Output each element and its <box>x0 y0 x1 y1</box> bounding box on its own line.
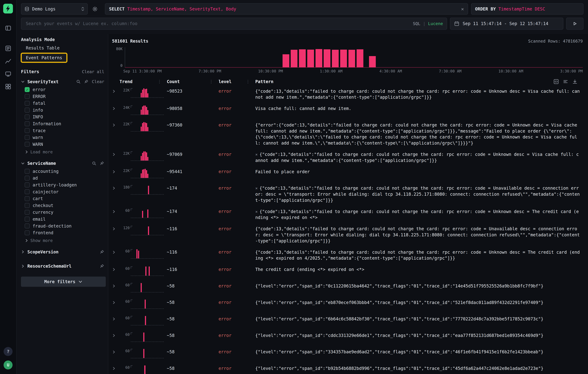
filter-checkbox-row[interactable]: accounting <box>21 168 105 175</box>
lucene-mode-toggle[interactable]: Lucene <box>428 21 443 26</box>
logs-search-icon[interactable] <box>2 43 14 54</box>
column-list-icon[interactable] <box>563 79 568 84</box>
pattern-row[interactable]: 120~116error{"code":13,"details":"failed… <box>112 223 583 246</box>
filter-checkbox-row[interactable]: error <box>21 86 105 93</box>
checkbox-unchecked[interactable] <box>25 230 30 235</box>
filter-checkbox-row[interactable]: frontend <box>21 229 105 236</box>
filter-checkbox-row[interactable]: INFO <box>21 113 105 121</box>
pattern-text[interactable]: The credit card (ending <*> expired on <… <box>255 266 583 273</box>
search-icon[interactable] <box>92 161 96 166</box>
pattern-text[interactable]: Failed to place order <box>255 168 583 175</box>
checkbox-unchecked[interactable] <box>25 101 30 106</box>
filter-checkbox-row[interactable]: fatal <box>21 100 105 107</box>
column-drag-handle[interactable]: ⋮ <box>246 79 250 84</box>
pattern-text[interactable]: {"level":"error","span_id":"eb870ecef063… <box>255 299 583 305</box>
filter-checkbox-row[interactable]: info <box>21 107 105 113</box>
checkbox-unchecked[interactable] <box>25 223 30 228</box>
sql-query-input[interactable]: SELECT Timestamp, ServiceName, SeverityT… <box>105 3 468 15</box>
sidebar-toggle-icon[interactable] <box>2 22 14 34</box>
expand-row-chevron[interactable] <box>112 151 119 156</box>
header-trend[interactable]: Trend⋮ <box>120 79 167 84</box>
expand-row-chevron[interactable] <box>112 315 119 321</box>
facet-clear-button[interactable]: Clear <box>92 79 104 84</box>
pattern-text[interactable]: {"level":"error","span_id":"0c11220615ba… <box>255 282 583 289</box>
checkbox-unchecked[interactable] <box>25 94 30 99</box>
pattern-row[interactable]: 60~58error{"level":"error","span_id":"b9… <box>112 363 583 374</box>
pin-icon[interactable] <box>100 250 104 254</box>
checkbox-unchecked[interactable] <box>25 203 30 208</box>
filter-checkbox-row[interactable]: fraud-detection <box>21 222 105 229</box>
order-by-input[interactable]: ORDER BY TimestampTime DESC <box>471 3 584 15</box>
pin-icon[interactable] <box>100 264 104 268</box>
sql-mode-toggle[interactable]: SQL <box>413 21 420 26</box>
checkbox-unchecked[interactable] <box>25 210 30 215</box>
download-icon[interactable] <box>572 79 578 84</box>
checkbox-unchecked[interactable] <box>25 135 30 140</box>
expand-row-chevron[interactable] <box>112 121 119 127</box>
expand-row-chevron[interactable] <box>112 282 119 288</box>
pattern-text[interactable]: {"level":"error","span_id":"cddc331329e6… <box>255 332 583 338</box>
pattern-row[interactable]: 180~174error×{"code":13,"details":"faile… <box>112 182 583 206</box>
expand-row-chevron[interactable] <box>112 105 119 111</box>
checkbox-unchecked[interactable] <box>25 217 30 222</box>
checkbox-checked[interactable] <box>25 87 30 92</box>
facet-footer-button[interactable]: Show more <box>21 236 105 244</box>
app-logo-icon[interactable] <box>3 4 13 13</box>
pattern-row[interactable]: 22K~98523error{"code":13,"details":"fail… <box>112 85 583 103</box>
settings-gear-icon[interactable] <box>91 4 99 14</box>
dashboards-grid-icon[interactable] <box>2 81 14 92</box>
filter-checkbox-row[interactable]: WARN <box>21 141 105 148</box>
expand-row-chevron[interactable] <box>112 266 119 272</box>
pattern-row[interactable]: 60~58error{"level":"error","span_id":"0c… <box>112 280 583 297</box>
expand-row-chevron[interactable] <box>112 184 119 190</box>
header-count[interactable]: Count⋮ <box>167 79 219 84</box>
search-icon[interactable] <box>76 79 81 84</box>
pattern-row[interactable]: 24K~98058errorVisa cache full: cannot ad… <box>112 103 583 119</box>
pattern-row[interactable]: 60~58error{"level":"error","span_id":"cd… <box>112 330 583 346</box>
pattern-row[interactable]: 60~58error{"level":"error","span_id":"33… <box>112 346 583 363</box>
checkbox-unchecked[interactable] <box>25 196 30 201</box>
expand-row-chevron[interactable] <box>112 365 119 370</box>
pattern-text[interactable]: {"code":13,"details":"failed to charge c… <box>255 225 583 244</box>
pattern-text[interactable]: ×{"code":13,"details":"failed to charge … <box>255 151 583 163</box>
chart-explorer-icon[interactable] <box>2 55 14 67</box>
pattern-row[interactable]: 60~174error×{"code":13,"details":"failed… <box>112 206 583 223</box>
run-query-button[interactable] <box>566 18 583 30</box>
mode-results-table[interactable]: Results Table <box>22 44 64 52</box>
filter-checkbox-row[interactable]: ERROR <box>21 93 105 100</box>
expand-row-chevron[interactable] <box>112 248 119 254</box>
pattern-row[interactable]: 60~116errorThe credit card (ending <*> e… <box>112 263 583 280</box>
checkbox-unchecked[interactable] <box>25 128 30 133</box>
histogram-plot[interactable] <box>125 47 583 68</box>
checkbox-unchecked[interactable] <box>25 142 30 147</box>
checkbox-unchecked[interactable] <box>25 108 30 112</box>
clear-query-icon[interactable]: × <box>458 6 464 12</box>
pattern-text[interactable]: ×{"code":13,"details":"failed to charge … <box>255 184 583 203</box>
filter-checkbox-row[interactable]: email <box>21 216 105 222</box>
checkbox-unchecked[interactable] <box>25 182 30 187</box>
mode-event-patterns[interactable]: Event Patterns <box>22 54 66 62</box>
pattern-row[interactable]: 22K~97069error×{"code":13,"details":"fai… <box>112 148 583 166</box>
expand-row-chevron[interactable] <box>112 208 119 213</box>
pattern-text[interactable]: {"error":{"code":13,"details":"failed to… <box>255 121 583 146</box>
pattern-text[interactable]: {"code":13,"details":"failed to charge c… <box>255 248 583 261</box>
column-drag-handle[interactable]: ⋮ <box>209 79 213 84</box>
chevron-down-icon[interactable] <box>21 80 25 83</box>
header-level[interactable]: level⋮ <box>219 79 255 84</box>
clear-all-button[interactable]: Clear all <box>82 69 104 74</box>
pattern-row[interactable]: 22K~97360error{"error":{"code":13,"detai… <box>112 119 583 148</box>
filter-checkbox-row[interactable]: warn <box>21 134 105 141</box>
pattern-row[interactable]: 60~58error{"level":"error","span_id":"6b… <box>112 313 583 330</box>
expand-row-chevron[interactable] <box>112 88 119 93</box>
filter-checkbox-row[interactable]: cart <box>21 195 105 202</box>
chevron-down-icon[interactable] <box>21 162 25 165</box>
filter-checkbox-row[interactable]: checkout <box>21 202 105 209</box>
pin-icon[interactable] <box>100 161 104 166</box>
filter-checkbox-row[interactable]: Information <box>21 120 105 127</box>
chevron-right-icon[interactable] <box>21 250 25 254</box>
pattern-row[interactable]: 60~116error{"code":13,"details":"failed … <box>112 246 583 264</box>
pattern-text[interactable]: {"level":"error","span_id":"334357bae9ed… <box>255 348 583 355</box>
code-view-icon[interactable] <box>554 79 559 84</box>
search-input[interactable] <box>25 21 413 26</box>
checkbox-unchecked[interactable] <box>25 189 30 194</box>
